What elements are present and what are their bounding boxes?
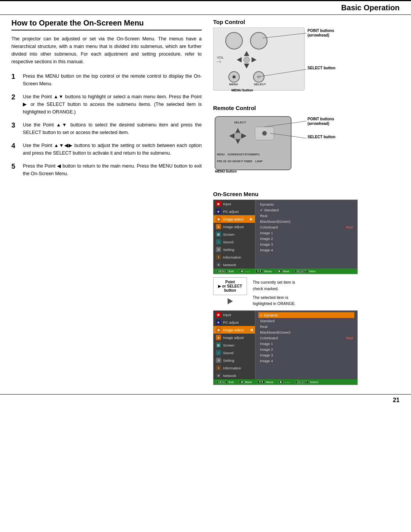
imageselect-icon-1: ◉ [216,216,221,222]
right-image1-1: Image 1 [258,230,354,236]
page-title: Basic Operation [11,3,400,12]
menu-item-imageselect-2: ◉ Image select ◀ [213,326,255,334]
right-image4-1: Image 4 [258,247,354,253]
menu-label-imageadjust-1: Image adjust [223,225,244,229]
menu-label-info-1: Information [223,255,241,259]
right-standard-1: Standard [258,207,354,213]
right-blackboard-1: Blackboard(Green) [258,219,354,224]
right-standard-2: Standard [258,318,354,324]
right-image2-2: Image 2 [258,347,354,352]
menu-left-panel-2: ▣ Input ■ PC adjust ◉ Image select ◀ ◈ [213,311,255,379]
imageadjust-icon-2: ◈ [216,335,221,340]
menu-label-setting-2: Setting [223,358,234,363]
pcadjust-icon-1: ■ [216,209,221,214]
menu-item-imageadjust-1: ◈ Image adjust [213,223,255,230]
svg-text:(arrowhead): (arrowhead) [307,121,329,126]
menu-label-input-2: Input [223,313,231,317]
network-icon-2: ⊕ [216,373,221,378]
menu-label-imageselect-2: Image select [223,328,244,332]
footer-action-select-1: Next [309,270,315,273]
menu-label-input-1: Input [223,202,231,206]
menu-item-info-2: ℹ Information [213,364,255,372]
colorboard-red-1: Red [346,225,353,229]
network-icon-1: ⊕ [216,262,221,267]
info-icon-2: ℹ [216,365,221,371]
menu-item-imageselect-1: ◉ Image select ▶ [213,215,255,223]
right-image2-1: Image 2 [258,236,354,241]
top-control-diagram: VOL –◁) [213,27,354,98]
menu-footer-2: MENU Exit ◀ Back ⬆⬇ Move ▶ ----- SELECT [213,379,357,385]
menu-item-imageadjust-2: ◈ Image adjust [213,334,255,341]
footer-next-2: ▶ ----- [279,380,290,384]
svg-text:MENU button: MENU button [215,169,237,173]
step-5: 5 Press the Point ◀ button to return to … [11,162,202,177]
menu-item-sound-1: ♪ Sound [213,238,255,246]
step-2: 2 Use the Point ▲▼ buttons to highlight … [11,93,202,116]
page-footer: 21 [0,394,411,406]
svg-point-30 [262,131,267,136]
footer-back-2: ◀ Back [239,380,252,384]
right-real-1: Real [258,213,354,219]
right-blackboard-2: Blackboard(Green) [258,329,354,335]
footer-next-1: ▶ Next [277,269,289,273]
step-text-1: Press the MENU button on the top control… [23,72,202,88]
menu-item-sound-2: ♪ Sound [213,349,255,356]
point-arrow-icon [228,298,233,304]
step-1: 1 Press the MENU button on the top contr… [11,72,202,88]
step-text-2: Use the Point ▲▼ buttons to highlight or… [23,93,202,116]
svg-text:NO SHOW: NO SHOW [228,160,241,163]
screen-icon-1: ▦ [216,232,221,237]
footer-key-back-1: ◀ [239,269,244,273]
menu-label-sound-1: Sound [223,240,233,244]
footer-key-next-1: ▶ [277,269,282,273]
footer-exit-2: MENU Exit [217,380,234,384]
footer-action-move-1: Move [264,270,272,273]
footer-key-menu-1: MENU [217,270,228,273]
svg-text:SELECT: SELECT [254,83,266,86]
svg-point-9 [244,57,250,63]
step-text-3: Use the Point ▲▼ buttons to select the d… [23,121,202,136]
page-header: Basic Operation [0,0,411,15]
menu-body-1: ▣ Input ■ PC adjust ◉ Image select ▶ ◈ [213,200,357,268]
menu-right-panel-2: ✓ Dynamic Standard Real Blackboard(Green… [255,311,357,379]
svg-text:KEYSTONE: KEYSTONE [239,153,254,156]
menu-item-input-2: ▣ Input [213,311,255,318]
svg-text:SELECT: SELECT [234,121,246,124]
point-select-area: Point ▶ or SELECT button The currently s… [213,277,358,307]
remote-control-title: Remote Control [213,105,358,111]
right-colorboard-2: Colorboard Red [258,335,354,341]
step-number-3: 3 [11,121,19,136]
svg-text:LAMP: LAMP [255,160,263,163]
svg-text:MENU: MENU [217,153,225,156]
footer-key-move-1: ⬆⬇ [255,269,263,273]
menu-body-2: ▣ Input ■ PC adjust ◉ Image select ◀ ◈ [213,311,357,379]
step-text-4: Use the Point ▲▼◀▶ buttons to adjust the… [23,142,202,157]
pcadjust-icon-2: ■ [216,320,221,325]
imageselect-icon-2: ◉ [216,327,221,332]
menu-item-input-1: ▣ Input [213,200,255,208]
footer-move-1: ⬆⬇ Move [255,269,272,273]
svg-text:VOL: VOL [217,56,224,59]
menu-label-pcadjust-1: PC adjust [223,209,239,214]
left-column: How to Operate the On-Screen Menu The pr… [11,19,202,387]
footer-key-back-2: ◀ [239,380,244,384]
input-icon-1: ▣ [216,201,221,206]
setting-icon-2: ⚙ [216,358,221,363]
menu-left-panel-1: ▣ Input ■ PC adjust ◉ Image select ▶ ◈ [213,200,255,268]
footer-key-next-2: ▶ [279,380,284,384]
point-label-line2: ▶ or SELECT [218,284,242,288]
footer-key-select-2: SELECT [295,380,309,384]
menu-diagram-2: ▣ Input ■ PC adjust ◉ Image select ◀ ◈ [213,310,358,385]
svg-text:POINT buttons: POINT buttons [307,29,334,33]
footer-key-select-1: SELECT [295,270,308,273]
svg-point-1 [226,32,242,49]
right-image4-2: Image 4 [258,358,354,364]
menu-label-screen-1: Screen [223,232,234,236]
svg-point-2 [250,32,267,49]
check-mark-note-1: The currently set item is [253,279,296,286]
point-button-label: Point ▶ or SELECT button [213,277,247,295]
right-image1-2: Image 1 [258,341,354,347]
footer-action-back-2: Back [245,380,252,384]
steps-list: 1 Press the MENU button on the top contr… [11,72,202,177]
menu-item-network-2: ⊕ Network [213,372,255,379]
